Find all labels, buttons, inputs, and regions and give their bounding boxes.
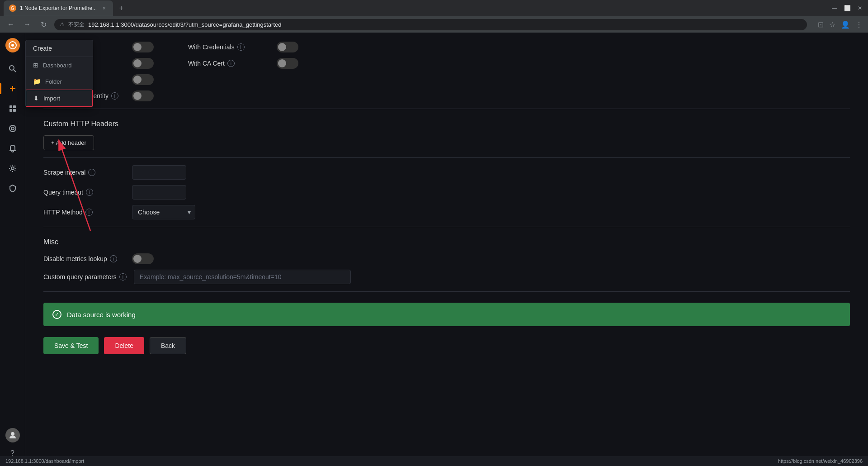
import-menu-label: Import	[43, 95, 60, 102]
new-tab-button[interactable]: +	[115, 2, 127, 14]
back-nav-btn[interactable]: ←	[5, 20, 16, 29]
sidebar-settings-icon[interactable]	[4, 159, 22, 177]
security-text: 不安全	[68, 21, 85, 29]
sidebar-create-icon[interactable]	[4, 80, 22, 98]
back-button[interactable]: Back	[150, 337, 186, 354]
http-method-label-container: HTTP Method i	[43, 209, 125, 216]
disable-metrics-info[interactable]: i	[110, 255, 117, 262]
with-credentials-toggle[interactable]	[277, 42, 298, 52]
with-ca-cert-toggle[interactable]	[277, 58, 298, 69]
grafana-logo[interactable]	[4, 36, 22, 54]
with-ca-cert-info[interactable]: i	[227, 60, 235, 67]
minimize-btn[interactable]: —	[830, 4, 839, 13]
svg-rect-7	[13, 105, 16, 108]
query-timeout-input[interactable]: 60s	[132, 185, 186, 200]
star-icon[interactable]: ☆	[829, 20, 835, 29]
create-import-item[interactable]: ⬇ Import	[26, 90, 93, 107]
http-method-info[interactable]: i	[85, 209, 93, 216]
dashboard-menu-icon: ⊞	[33, 62, 38, 69]
http-method-select-wrapper: Choose GET POST	[132, 205, 195, 219]
scrape-interval-label-container: Scrape interval i	[43, 169, 125, 176]
tls-client-toggle[interactable]	[132, 58, 154, 69]
forward-oauth-row: Forward OAuth Identity i	[43, 90, 850, 101]
custom-query-label-container: Custom query parameters i	[43, 273, 127, 281]
browser-chrome: G 1 Node Exporter for Promethe... × + — …	[0, 0, 868, 33]
svg-rect-6	[9, 105, 12, 108]
separator-4	[43, 291, 850, 292]
refresh-btn[interactable]: ↻	[38, 20, 49, 29]
status-banner: ✓ Data source is working	[43, 303, 850, 326]
svg-point-10	[9, 125, 16, 132]
basic-auth-row: Basic auth With Credentials i	[43, 42, 850, 52]
tab-title: 1 Node Exporter for Promethe...	[20, 5, 97, 11]
user-avatar[interactable]	[5, 428, 20, 442]
dashboard-menu-label: Dashboard	[43, 62, 72, 69]
create-folder-item[interactable]: 📁 Folder	[26, 73, 93, 90]
security-indicator: ⚠	[60, 21, 65, 28]
save-test-button[interactable]: Save & Test	[43, 337, 99, 354]
scrape-interval-input[interactable]: 15s	[132, 165, 186, 180]
forward-nav-btn[interactable]: →	[22, 20, 33, 29]
forward-oauth-slider	[132, 90, 154, 101]
sidebar-search-icon[interactable]	[4, 60, 22, 78]
sidebar-shield-icon[interactable]	[4, 179, 22, 197]
separator-1	[43, 109, 850, 109]
custom-query-input[interactable]	[134, 270, 351, 284]
check-symbol: ✓	[55, 311, 59, 318]
delete-button[interactable]: Delete	[104, 337, 144, 354]
with-credentials-label: With Credentials	[188, 43, 235, 51]
status-message: Data source is working	[67, 311, 136, 319]
sidebar: ?	[0, 33, 25, 466]
add-header-button[interactable]: + Add header	[43, 135, 94, 150]
skip-tls-row: Skip TLS Verify	[43, 74, 850, 85]
menu-icon[interactable]: ⋮	[855, 20, 863, 29]
basic-auth-toggle[interactable]	[132, 42, 154, 52]
tab-favicon: G	[9, 5, 16, 12]
status-bar-right: https://blog.csdn.net/weixin_46902396	[778, 458, 863, 464]
http-method-label: HTTP Method	[43, 209, 83, 216]
with-ca-cert-label: With CA Cert	[188, 60, 225, 67]
scrape-interval-label: Scrape interval	[43, 169, 85, 176]
svg-point-13	[11, 432, 14, 436]
folder-menu-icon: 📁	[33, 78, 41, 85]
sidebar-dashboards-icon[interactable]	[4, 100, 22, 118]
with-credentials-slider	[277, 42, 298, 52]
custom-query-label: Custom query parameters	[43, 273, 117, 281]
svg-point-1	[11, 44, 14, 47]
browser-tabs: G 1 Node Exporter for Promethe... × + — …	[0, 0, 868, 16]
query-timeout-row: Query timeout i 60s	[43, 185, 850, 200]
close-btn[interactable]: ✕	[855, 4, 864, 13]
status-bar-left: 192.168.1.1:3000/dashboard/import	[5, 458, 84, 464]
custom-headers-title: Custom HTTP Headers	[43, 120, 850, 128]
sidebar-alerting-icon[interactable]	[4, 139, 22, 157]
query-timeout-label: Query timeout	[43, 189, 83, 196]
address-bar: ← → ↻ ⚠ 不安全 192.168.1.1:3000/datasources…	[0, 16, 868, 33]
skip-tls-toggle[interactable]	[132, 74, 154, 85]
create-menu: Create ⊞ Dashboard 📁 Folder ⬇ Import	[25, 40, 93, 107]
translate-icon[interactable]: ⊡	[818, 20, 824, 29]
with-credentials-container: With Credentials i	[188, 43, 269, 51]
svg-point-11	[11, 127, 14, 130]
account-icon[interactable]: 👤	[841, 20, 850, 29]
disable-metrics-toggle[interactable]	[132, 253, 154, 264]
svg-rect-9	[13, 109, 16, 112]
main-content: Basic auth With Credentials i TLS Client…	[25, 33, 868, 466]
create-dashboard-item[interactable]: ⊞ Dashboard	[26, 57, 93, 73]
sidebar-explore-icon[interactable]	[4, 119, 22, 138]
forward-oauth-toggle[interactable]	[132, 90, 154, 101]
tls-client-auth-row: TLS Client Auth With CA Cert i	[43, 58, 850, 69]
with-credentials-info[interactable]: i	[237, 43, 245, 51]
custom-query-info[interactable]: i	[119, 273, 127, 281]
svg-rect-8	[9, 109, 12, 112]
http-method-select[interactable]: Choose GET POST	[132, 205, 195, 219]
forward-oauth-info[interactable]: i	[111, 92, 118, 100]
maximize-btn[interactable]: ⬜	[843, 4, 852, 13]
custom-query-row: Custom query parameters i	[43, 270, 850, 284]
url-box[interactable]: ⚠ 不安全 192.168.1.1:3000/datasources/edit/…	[54, 19, 807, 30]
query-timeout-info[interactable]: i	[86, 189, 93, 196]
url-text: 192.168.1.1:3000/datasources/edit/3/?utm…	[88, 21, 282, 28]
scrape-interval-info[interactable]: i	[88, 169, 95, 176]
tab-close-btn[interactable]: ×	[100, 5, 108, 12]
active-tab[interactable]: G 1 Node Exporter for Promethe... ×	[4, 0, 113, 16]
disable-metrics-label-container: Disable metrics lookup i	[43, 255, 125, 262]
